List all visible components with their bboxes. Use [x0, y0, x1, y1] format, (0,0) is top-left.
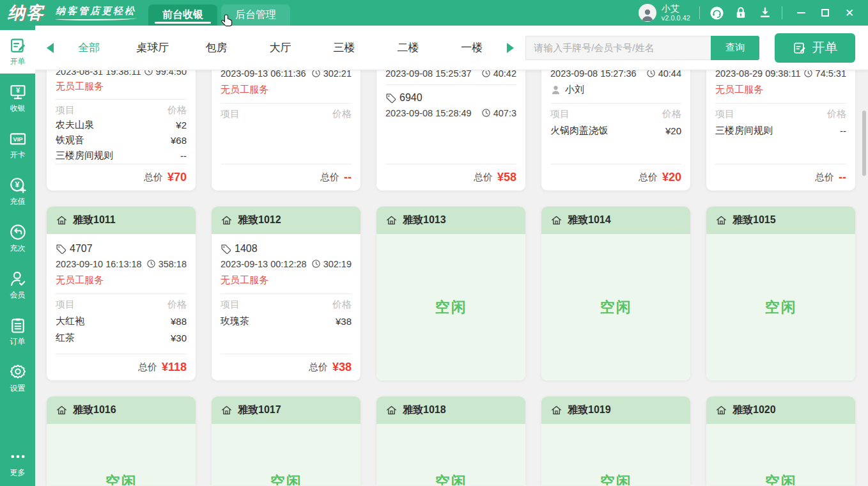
room-card[interactable]: 2023-09-13 06:11:36 302:21 无员工服务 项目 价格 总…: [212, 70, 360, 191]
nav-tab-backend-admin[interactable]: 后台管理: [221, 4, 290, 26]
sidebar-item-设置[interactable]: 设置: [0, 357, 35, 400]
order-pad-icon: [793, 41, 807, 55]
total-value: ¥58: [497, 171, 516, 184]
free-status-label: 空闲: [765, 472, 797, 485]
maximize-button[interactable]: [816, 4, 835, 22]
sidebar-item-充次[interactable]: 充次: [0, 217, 35, 260]
hand-tag-row: 4707: [56, 240, 187, 257]
room-card-row: 雅致1016 空闲 雅致1017 空闲 雅致1018 空闲 雅致1019 空闲 …: [47, 396, 855, 485]
price-col-label: 价格: [827, 108, 846, 122]
total-row: 总价 --: [221, 164, 352, 191]
free-status-label: 空闲: [270, 472, 302, 485]
room-card-雅致1018[interactable]: 雅致1018 空闲: [376, 396, 525, 485]
room-card-雅致1015[interactable]: 雅致1015 空闲: [706, 207, 855, 380]
room-name: 雅致1012: [238, 214, 281, 227]
user-box[interactable]: 小艾 v2.0.0.42: [639, 4, 690, 22]
category-tab-桌球厅[interactable]: 桌球厅: [121, 35, 185, 60]
clock-icon: [146, 259, 156, 269]
room-card[interactable]: 2023-09-08 15:27:36 40:44 小刘 项目 价格 火锅肉盖浇…: [541, 70, 690, 191]
sidebar-item-开单[interactable]: 开单: [0, 30, 35, 74]
sidebar-item-label: 会员: [10, 290, 26, 301]
avatar[interactable]: [639, 4, 656, 22]
room-card-雅致1020[interactable]: 雅致1020 空闲: [706, 396, 855, 485]
room-card-雅致1013[interactable]: 雅致1013 空闲: [376, 207, 525, 380]
svg-text:¥: ¥: [15, 86, 20, 94]
item-name: 三楼房间规则: [715, 125, 773, 137]
room-card-雅致1012[interactable]: 雅致10121408 2023-09-13 00:12:28 302:19 无员…: [212, 207, 360, 380]
item-price: ¥2: [176, 120, 187, 130]
open-time-row: 2023-09-08 15:25:37 40:42: [385, 70, 516, 80]
room-card-body: 4707 2023-09-10 16:13:18 358:18 无员工服务 项目…: [47, 234, 196, 380]
item-name: 红茶: [56, 332, 75, 344]
open-order-button[interactable]: 开单: [775, 33, 855, 63]
home-icon: [715, 404, 727, 416]
total-label: 总价: [138, 361, 157, 373]
item-price: --: [180, 150, 187, 161]
support-headset-icon[interactable]: [709, 5, 724, 20]
sidebar-item-会员[interactable]: 会员: [0, 263, 35, 307]
order-pad-icon: [9, 36, 27, 54]
divider: [56, 99, 187, 100]
open-datetime: 2023-09-08 15:25:37: [385, 70, 472, 79]
item-price: --: [840, 125, 846, 136]
room-card-body: 空闲: [706, 424, 855, 485]
order-item-row: 铁观音 ¥68: [56, 133, 187, 148]
category-tab-二楼[interactable]: 二楼: [376, 35, 440, 60]
item-name: 三楼房间规则: [56, 150, 113, 162]
download-icon[interactable]: [757, 5, 773, 20]
person-icon: [550, 84, 561, 95]
home-icon: [385, 214, 398, 226]
room-name: 雅致1016: [73, 404, 116, 417]
titlebar-right: 小艾 v2.0.0.42 ✕: [639, 4, 868, 22]
total-row: 总价 ¥38: [221, 354, 352, 380]
sidebar-item-更多[interactable]: 更多: [0, 441, 35, 485]
room-card-雅致1019[interactable]: 雅致1019 空闲: [541, 396, 690, 485]
sidebar-item-充值[interactable]: ¥充值: [0, 170, 35, 214]
nav-tab-front-cashier[interactable]: 前台收银: [148, 4, 217, 26]
elapsed-timer: 40:44: [646, 70, 681, 79]
member-icon: [9, 270, 27, 288]
home-icon: [385, 404, 398, 416]
category-tab-全部[interactable]: 全部: [57, 35, 121, 60]
room-card-header: 雅致1014: [541, 207, 690, 234]
item-price: ¥20: [665, 125, 681, 136]
room-name: 雅致1015: [732, 214, 776, 227]
room-name: 雅致1014: [568, 214, 611, 227]
recharge-icon: ¥: [9, 176, 27, 194]
sidebar-item-开卡[interactable]: VIP开卡: [0, 123, 35, 167]
room-card-雅致1014[interactable]: 雅致1014 空闲: [541, 207, 690, 380]
room-card[interactable]: 2023-08-29 09:38:11 74:5:31 无员工服务 项目 价格 …: [706, 70, 855, 191]
spacer: [715, 139, 846, 164]
sidebar-item-订单[interactable]: 订单: [0, 310, 35, 354]
room-card[interactable]: 2023-08-31 19:38:11 99:4:50 无员工服务 项目 价格 …: [47, 70, 196, 191]
order-item-row: 三楼房间规则 --: [56, 148, 187, 164]
category-tab-大厅[interactable]: 大厅: [249, 35, 313, 60]
search-input[interactable]: [525, 36, 711, 60]
order-item-row: 大红袍 ¥88: [56, 313, 187, 329]
room-card[interactable]: 2023-09-08 15:25:37 40:42 6940 2023-09-0…: [376, 70, 525, 191]
close-button[interactable]: ✕: [840, 4, 859, 22]
elapsed-timer: 99:4:50: [144, 70, 187, 77]
minimize-button[interactable]: [791, 4, 810, 22]
hand-tag-row: 6940: [385, 90, 516, 106]
category-scroll-right[interactable]: [504, 40, 516, 56]
room-card-雅致1011[interactable]: 雅致10114707 2023-09-10 16:13:18 358:18 无员…: [47, 207, 196, 380]
room-card-雅致1017[interactable]: 雅致1017 空闲: [212, 396, 360, 485]
sidebar-item-label: 更多: [10, 467, 26, 478]
lock-icon[interactable]: [733, 5, 748, 20]
order-item-row: 农夫山泉 ¥2: [56, 118, 187, 133]
room-card-雅致1016[interactable]: 雅致1016 空闲: [47, 396, 196, 485]
item-col-label: 项目: [56, 104, 75, 117]
item-col-label: 项目: [221, 108, 240, 122]
search-button[interactable]: 查询: [711, 36, 759, 60]
sidebar-item-收银[interactable]: ¥收银: [0, 77, 35, 120]
category-tab-包房[interactable]: 包房: [185, 35, 249, 60]
category-tab-一楼[interactable]: 一楼: [440, 35, 504, 60]
vertical-scrollbar[interactable]: [862, 111, 866, 176]
category-tab-三楼[interactable]: 三楼: [313, 35, 376, 60]
open-datetime: 2023-09-13 00:12:28: [221, 259, 307, 269]
category-scroll-left[interactable]: [44, 40, 57, 56]
orders-icon: [9, 317, 27, 334]
sidebar-nav: 开单 ¥收银 VIP开卡 ¥充值 充次 会员 订单 设置 更多: [0, 26, 35, 486]
no-staff-warning: 无员工服务: [221, 81, 352, 98]
